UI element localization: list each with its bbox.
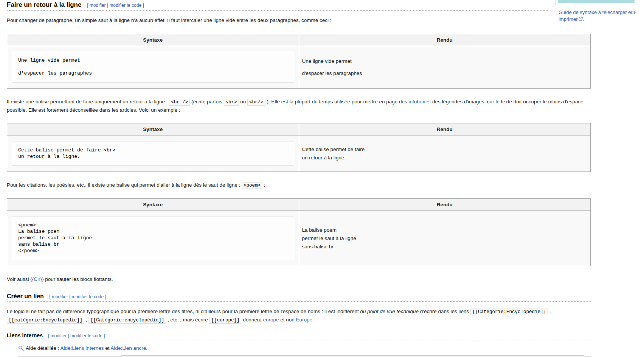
magnifier-icon [18,345,26,351]
edit-bracket-close: ] [143,3,144,8]
edit-separator: | [69,294,70,299]
text-run: donnera [241,317,263,323]
rendu-cell: La balise poem permet le saut à la ligne… [299,211,591,266]
section-title-creer-lien: Créer un lien [ modifier | modifier le c… [7,293,591,302]
europe-lowercase-link[interactable]: europe [263,317,279,323]
intro-paragraph: Pour changer de paragraphe, un simple sa… [7,16,591,25]
edit-bracket-close: ] [105,294,106,299]
article-content: Faire un retour à la ligne [ modifier | … [7,0,591,357]
text-run: , [548,309,551,314]
edit-link[interactable]: modifier [90,3,106,8]
code-poem-tag: <poem> [242,182,262,189]
text-run: : [262,182,265,188]
rendu-cell: Une ligne vide permet d'espacer les para… [299,46,591,89]
section-title-retour-ligne: Faire un retour à la ligne [ modifier | … [7,1,548,11]
section-title-liens-internes: Liens internes [ modifier | modifier le … [7,332,591,340]
column-header-rendu: Rendu [299,198,591,211]
section-title-text: Créer un lien [7,293,44,299]
text-run: pour sauter les blocs flottants. [44,276,113,282]
text-run: Voir aussi [7,276,30,282]
edit-code-link[interactable]: modifier le code [70,333,102,338]
europe-capitalized-link[interactable]: Europe [296,317,313,323]
br-tag-paragraph: Il existe une balise permettant de faire… [7,98,591,114]
wiki-help-page: { "colors": { "link": "#3366bb", "red_li… [0,0,644,357]
syntaxe-cell: Une ligne vide permet d'espacer les para… [7,46,299,89]
syntaxe-cell: <poem> La balise poem permet le saut à l… [7,211,299,266]
rendu-text: Cette balise permet de faireun retour à … [302,145,588,162]
text-run: d'écrire dans les liens [419,309,470,314]
rendu-line: sans balise br [302,243,588,251]
edit-code-link[interactable]: modifier le code [71,294,104,299]
wikicode-block: Cette balise permet de faire <br> un ret… [12,142,294,166]
rendu-cell: Cette balise permet de faireun retour à … [299,136,591,172]
text-run: ). Elle est la plupart du temps utilisée… [265,99,409,104]
infobox-link[interactable]: infobox [409,99,425,104]
syntax-table-poem: Syntaxe Rendu <poem> La balise poem perm… [7,198,591,266]
edit-bracket-close: ] [104,333,105,338]
column-header-rendu: Rendu [299,34,591,46]
code-categorie-1: [[Catégorie:Encyclopédie]] [470,309,548,315]
rendu-line: Cette balise permet de faire [302,147,365,152]
edit-bracket-open: [ [48,333,49,338]
text-run: . [312,317,314,323]
text-run: Il existe une balise permettant de faire… [7,99,169,104]
clr-template-link[interactable]: {{Clr}} [30,276,43,282]
text-run: ou [239,99,248,104]
edit-separator: | [107,3,108,8]
voir-aussi-paragraph: Voir aussi {{Clr}} pour sauter les blocs… [7,275,591,284]
popup-window-icon[interactable] [631,9,636,17]
rendu-line: La balise poem [302,226,588,234]
code-br-compact: <br/> [247,99,265,106]
text-run: et non [279,317,296,323]
edit-bracket-open: [ [87,3,88,8]
text-run: , [84,317,88,323]
syntaxe-cell: Cette balise permet de faire <br> un ret… [7,136,299,172]
rendu-line: Une ligne vide permet [302,57,588,65]
text-run: (écrite parfois [190,99,223,104]
edit-code-link[interactable]: modifier le code [109,3,141,8]
rendu-line: permet le saut à la ligne [302,234,588,243]
edit-section: [ modifier | modifier le code ] [48,333,105,338]
link-case-paragraph: Le logiciel ne fait pas de différence ty… [7,307,591,324]
edit-section: [ modifier | modifier le code ] [87,3,144,8]
syntax-table-paragraphs: Syntaxe Rendu Une ligne vide permet d'es… [7,34,591,89]
code-categorie-3: [[Catégorie:encyclopédie]] [88,317,166,324]
column-header-rendu: Rendu [299,123,591,136]
code-br-plain: <br> [224,99,239,106]
wikicode-block: Une ligne vide permet d'espacer les para… [12,52,294,83]
rendu-line: un retour à la ligne. [302,155,346,161]
text-run: Aide détaillée : [26,345,61,351]
column-header-syntaxe: Syntaxe [7,123,299,136]
edit-bracket-open: [ [49,294,50,299]
rendu-line: d'espacer les paragraphes [302,69,588,78]
poem-tag-paragraph: Pour les citations, les poésies, etc., i… [7,181,591,189]
edit-section: [ modifier | modifier le code ] [49,294,106,299]
text-run: Pour les citations, les poésies, etc., i… [7,182,242,188]
text-run: et [104,345,110,351]
wikicode-block: <poem> La balise poem permet le saut à l… [12,217,294,260]
column-header-syntaxe: Syntaxe [7,34,299,46]
edit-link[interactable]: modifier [51,333,67,338]
text-run: , etc. ; mais écrire [166,317,209,323]
code-br-self-closing: <br /> [169,99,190,106]
code-categorie-2: [[catégorie:Encyclopédie]] [7,317,84,324]
section-title-text: Liens internes [7,332,43,338]
edit-link[interactable]: modifier [52,294,68,299]
aide-lien-ancre-link[interactable]: Aide:Lien ancré [110,345,146,351]
text-run: Le logiciel ne fait pas de différence ty… [7,309,360,314]
text-run: . [146,345,147,351]
code-europe: [[europe]] [209,317,241,324]
column-header-syntaxe: Syntaxe [7,198,299,211]
next-table-cutoff [121,355,584,357]
section-title-text: Faire un retour à la ligne [7,1,81,8]
aide-liens-internes-link[interactable]: Aide:Liens internes [61,345,104,351]
emphasis-text: du point de vue technique [360,309,419,314]
syntax-table-br: Syntaxe Rendu Cette balise permet de fai… [7,123,591,171]
edit-separator: | [68,333,69,338]
